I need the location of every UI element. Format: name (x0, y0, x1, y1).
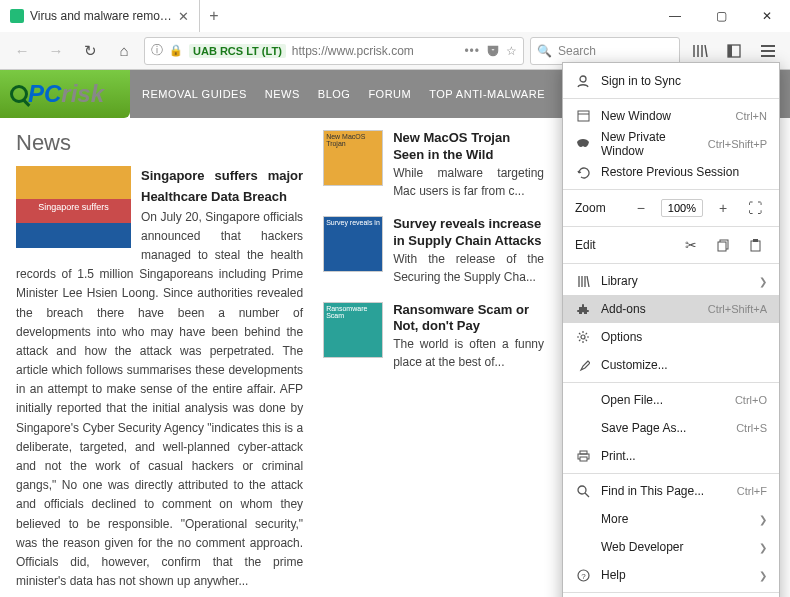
svg-rect-1 (728, 45, 732, 57)
search-icon: 🔍 (537, 44, 552, 58)
back-button[interactable]: ← (8, 37, 36, 65)
news-body: While malware targeting Mac users is far… (393, 164, 544, 200)
chevron-right-icon: ❯ (759, 570, 767, 581)
window-close[interactable]: ✕ (744, 0, 790, 32)
menu-webdev[interactable]: Web Developer ❯ (563, 533, 779, 561)
puzzle-icon (575, 303, 591, 316)
search-box[interactable]: 🔍 Search (530, 37, 680, 65)
window-minimize[interactable]: — (652, 0, 698, 32)
page-actions-icon[interactable]: ••• (464, 44, 480, 58)
tab-close-icon[interactable]: ✕ (178, 9, 189, 24)
menu-new-window[interactable]: New Window Ctrl+N (563, 102, 779, 130)
magnifier-icon (10, 85, 28, 103)
cut-button[interactable]: ✂ (679, 234, 703, 256)
news-item: Survey reveals in Survey reveals increas… (323, 216, 544, 286)
article-thumb[interactable]: Singapore suffers (16, 166, 131, 248)
svg-point-13 (578, 486, 586, 494)
menu-find[interactable]: Find in This Page... Ctrl+F (563, 477, 779, 505)
bookmark-star-icon[interactable]: ☆ (506, 44, 517, 58)
nav-item[interactable]: NEWS (265, 88, 300, 100)
home-button[interactable]: ⌂ (110, 37, 138, 65)
svg-text:?: ? (581, 571, 586, 580)
hamburger-menu: Sign in to Sync New Window Ctrl+N New Pr… (562, 62, 780, 597)
news-body: With the release of the Securing the Sup… (393, 250, 544, 286)
menu-edit-row: Edit ✂ (563, 230, 779, 260)
svg-point-2 (580, 76, 586, 82)
news-thumb[interactable]: Ransomware Scam (323, 302, 383, 358)
library-icon (575, 275, 591, 288)
menu-zoom-row: Zoom − 100% + ⛶ (563, 193, 779, 223)
menu-more[interactable]: More ❯ (563, 505, 779, 533)
main-article: Singapore suffers Singapore suffers majo… (16, 166, 303, 591)
fullscreen-button[interactable]: ⛶ (743, 197, 767, 219)
address-bar[interactable]: ⓘ 🔒 UAB RCS LT (LT) https://www.pcrisk.c… (144, 37, 524, 65)
pocket-icon[interactable] (486, 44, 500, 58)
chevron-right-icon: ❯ (759, 276, 767, 287)
svg-line-14 (585, 493, 589, 497)
menu-open-file[interactable]: Open File... Ctrl+O (563, 386, 779, 414)
menu-customize[interactable]: Customize... (563, 351, 779, 379)
news-item: Ransomware Scam Ransomware Scam or Not, … (323, 302, 544, 372)
svg-rect-3 (578, 111, 589, 121)
svg-rect-7 (751, 241, 760, 251)
menu-save-as[interactable]: Save Page As... Ctrl+S (563, 414, 779, 442)
help-icon: ? (575, 569, 591, 582)
zoom-in-button[interactable]: + (711, 197, 735, 219)
window-icon (575, 110, 591, 122)
news-thumb[interactable]: Survey reveals in (323, 216, 383, 272)
article-title[interactable]: Singapore suffers major Healthcare Data … (141, 168, 303, 204)
nav-item[interactable]: FORUM (368, 88, 411, 100)
menu-help[interactable]: ? Help ❯ (563, 561, 779, 589)
tab-title: Virus and malware removal ins (30, 9, 172, 23)
news-body: The world is often a funny place at the … (393, 335, 544, 371)
svg-point-9 (581, 335, 585, 339)
menu-new-private[interactable]: New Private Window Ctrl+Shift+P (563, 130, 779, 158)
forward-button[interactable]: → (42, 37, 70, 65)
nav-item[interactable]: REMOVAL GUIDES (142, 88, 247, 100)
copy-button[interactable] (711, 234, 735, 256)
svg-rect-6 (718, 242, 726, 251)
news-thumb[interactable]: New MacOS Trojan (323, 130, 383, 186)
chevron-right-icon: ❯ (759, 514, 767, 525)
news-heading: News (16, 130, 303, 156)
menu-addons[interactable]: Add-ons Ctrl+Shift+A (563, 295, 779, 323)
article-body: On July 20, Singapore officials announce… (16, 210, 303, 589)
menu-restore[interactable]: Restore Previous Session (563, 158, 779, 186)
search-icon (575, 485, 591, 498)
menu-options[interactable]: Options (563, 323, 779, 351)
sidebar-button[interactable] (720, 37, 748, 65)
new-tab-button[interactable]: + (200, 0, 228, 32)
zoom-out-button[interactable]: − (629, 197, 653, 219)
menu-library[interactable]: Library ❯ (563, 267, 779, 295)
chevron-right-icon: ❯ (759, 542, 767, 553)
url-text: https://www.pcrisk.com (292, 44, 459, 58)
zoom-value: 100% (661, 199, 703, 217)
lock-icon: 🔒 (169, 44, 183, 57)
hamburger-menu-button[interactable] (754, 37, 782, 65)
news-title[interactable]: Survey reveals increase in Supply Chain … (393, 216, 544, 250)
window-maximize[interactable]: ▢ (698, 0, 744, 32)
print-icon (575, 450, 591, 462)
svg-rect-8 (753, 239, 758, 242)
gear-icon (575, 330, 591, 344)
menu-print[interactable]: Print... (563, 442, 779, 470)
tab-favicon (10, 9, 24, 23)
paste-button[interactable] (743, 234, 767, 256)
site-logo[interactable]: PCrisk (0, 70, 130, 118)
browser-tab[interactable]: Virus and malware removal ins ✕ (0, 0, 200, 32)
news-title[interactable]: Ransomware Scam or Not, don't Pay (393, 302, 544, 336)
paintbrush-icon (575, 359, 591, 372)
titlebar: Virus and malware removal ins ✕ + — ▢ ✕ (0, 0, 790, 32)
mask-icon (575, 139, 591, 149)
menu-sign-in[interactable]: Sign in to Sync (563, 67, 779, 95)
nav-item[interactable]: TOP ANTI-MALWARE (429, 88, 545, 100)
search-placeholder: Search (558, 44, 596, 58)
info-icon[interactable]: ⓘ (151, 42, 163, 59)
nav-item[interactable]: BLOG (318, 88, 351, 100)
news-title[interactable]: New MacOS Trojan Seen in the Wild (393, 130, 544, 164)
user-icon (575, 74, 591, 88)
ssl-org: UAB RCS LT (LT) (189, 44, 286, 58)
restore-icon (575, 166, 591, 179)
reload-button[interactable]: ↻ (76, 37, 104, 65)
library-button[interactable] (686, 37, 714, 65)
